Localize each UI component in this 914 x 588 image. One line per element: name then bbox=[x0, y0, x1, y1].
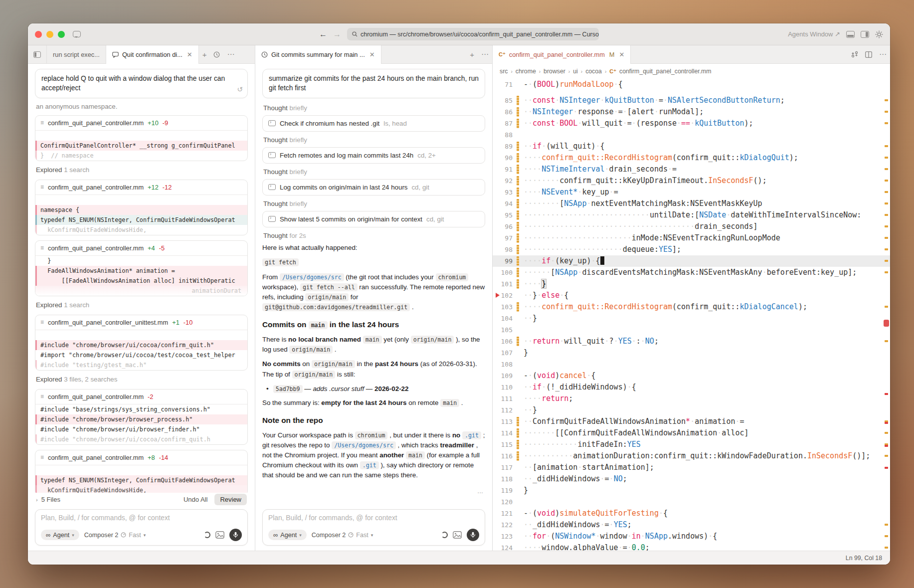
model-selector[interactable]: Composer 2Fast▾ bbox=[84, 532, 146, 539]
restore-checkpoint-icon[interactable]: ↺ bbox=[237, 85, 243, 95]
code-line[interactable]: 99····if·(key_up)·{ bbox=[493, 255, 890, 267]
tool-call-pill[interactable]: Check if chromium has nested .gitls, hea… bbox=[262, 115, 485, 132]
code-line[interactable]: 109-·(void)cancel·{ bbox=[493, 370, 890, 382]
breadcrumb-item[interactable]: ui bbox=[573, 68, 578, 75]
code-line[interactable]: 91····NSTimeInterval·drain_seconds·= bbox=[493, 164, 890, 175]
diff-card[interactable]: ≡confirm_quit_panel_controller.mm+8-14ty… bbox=[35, 450, 248, 493]
code-line[interactable]: 120 bbox=[493, 496, 890, 508]
code-line[interactable]: 121-·(void)simulateQuitForTesting·{ bbox=[493, 508, 890, 519]
code-line[interactable]: 92········confirm_quit::kKeyUpDrainTimeo… bbox=[493, 175, 890, 187]
new-tab-button[interactable]: + bbox=[199, 45, 210, 63]
breadcrumb-item[interactable]: confirm_quit_panel_controller.mm bbox=[619, 68, 712, 75]
close-tab-icon[interactable]: ✕ bbox=[187, 51, 192, 58]
code-line[interactable]: 124····window.alphaValue·=·0.0; bbox=[493, 542, 890, 551]
diff-card[interactable]: ≡confirm_quit_panel_controller.mm+12-12n… bbox=[35, 180, 248, 235]
tool-call-pill[interactable]: Show latest 5 commits on origin/main for… bbox=[262, 211, 485, 227]
code-line[interactable]: 104··} bbox=[493, 313, 890, 324]
diff-card[interactable]: ≡confirm_quit_panel_controller.mm+4-5 } … bbox=[35, 240, 248, 296]
tab-run-script[interactable]: run script exec... bbox=[47, 45, 106, 63]
breadcrumb-item[interactable]: chrome bbox=[516, 68, 536, 75]
maximize-window-button[interactable] bbox=[58, 31, 65, 38]
code-line[interactable]: 89··if·(will_quit)·{ bbox=[493, 141, 890, 152]
code-line[interactable]: 87··const·BOOL·will_quit·=·(response·==·… bbox=[493, 118, 890, 129]
code-line[interactable]: 98······················dequeue:YES]; bbox=[493, 244, 890, 255]
pane2-conversation[interactable]: summarize git commits for the past 24 ho… bbox=[262, 69, 485, 509]
compare-changes-icon[interactable] bbox=[848, 45, 862, 63]
new-tab-button[interactable]: + bbox=[466, 45, 478, 63]
code-line[interactable]: 107} bbox=[493, 347, 890, 359]
user-prompt-2[interactable]: summarize git commits for the past 24 ho… bbox=[262, 69, 485, 98]
history-icon[interactable] bbox=[210, 45, 223, 63]
code-line[interactable]: 100······[NSApp·discardEventsMatchingMas… bbox=[493, 267, 890, 278]
thought-label[interactable]: Thought briefly bbox=[263, 104, 484, 112]
breadcrumb-item[interactable]: src bbox=[500, 68, 508, 75]
code-line[interactable]: 119} bbox=[493, 485, 890, 496]
pane1-chat-input[interactable]: Plan, Build, / for commands, @ for conte… bbox=[35, 509, 248, 546]
diff-card-header[interactable]: ≡confirm_quit_panel_controller.mm+4-5 bbox=[35, 241, 247, 256]
code-line[interactable]: 97························inMode:NSEvent… bbox=[493, 232, 890, 244]
code-line[interactable]: 102··}·else·{ bbox=[493, 290, 890, 301]
breadcrumb[interactable]: src›chrome›browser›ui›cocoa›C⁺confirm_qu… bbox=[493, 64, 890, 79]
code-line[interactable]: 95····························untilDate:… bbox=[493, 209, 890, 221]
diff-card-header[interactable]: ≡confirm_quit_panel_controller.mm+8-14 bbox=[35, 450, 247, 465]
code-line[interactable]: 106··return·will_quit·?·YES·:·NO; bbox=[493, 336, 890, 347]
thought-label[interactable]: Thought briefly bbox=[263, 136, 484, 144]
thought-label[interactable]: Thought for 2s bbox=[263, 232, 484, 239]
code-line[interactable]: 103····confirm_quit::RecordHistogram(con… bbox=[493, 301, 890, 313]
code-line[interactable]: 110··if·(!_didHideWindows)·{ bbox=[493, 382, 890, 393]
code-line[interactable]: 122··_didHideWindows·=·YES; bbox=[493, 519, 890, 531]
image-attach-icon[interactable] bbox=[215, 531, 224, 539]
forward-arrow-icon[interactable]: → bbox=[333, 30, 341, 39]
undo-all-button[interactable]: Undo All bbox=[183, 496, 207, 503]
minimize-window-button[interactable] bbox=[46, 31, 53, 38]
code-line[interactable]: 117··[animation·startAnimation]; bbox=[493, 462, 890, 473]
tab-overflow-menu[interactable]: ⋯ bbox=[223, 45, 238, 63]
window-title-search[interactable]: chromium — src/chrome/browser/ui/cocoa/c… bbox=[347, 28, 599, 40]
diff-card-header[interactable]: ≡confirm_quit_panel_controller_unittest.… bbox=[35, 315, 247, 330]
code-line[interactable]: 94········[NSApp·nextEventMatchingMask:N… bbox=[493, 198, 890, 209]
toggle-bottom-panel-icon[interactable] bbox=[846, 31, 855, 38]
mic-button[interactable] bbox=[229, 529, 242, 541]
split-editor-icon[interactable] bbox=[862, 45, 876, 63]
cursor-position[interactable]: Ln 99, Col 18 bbox=[846, 555, 882, 562]
diff-card[interactable]: ≡confirm_quit_panel_controller_unittest.… bbox=[35, 315, 248, 371]
code-line[interactable]: 112··} bbox=[493, 404, 890, 416]
code-line[interactable]: 123··for·(NSWindow*·window·in·NSApp.wind… bbox=[493, 531, 890, 542]
code-line[interactable]: 93····NSEvent*·key_up·= bbox=[493, 187, 890, 198]
user-prompt-1[interactable]: replace hold Q to quit with a window dia… bbox=[35, 69, 248, 98]
code-area[interactable]: 71-·(BOOL)runModalLoop·{ 85··const·NSInt… bbox=[493, 79, 890, 551]
diff-card[interactable]: ≡confirm_quit_panel_controller.mm-2#incl… bbox=[35, 389, 248, 445]
thought-label[interactable]: Thought briefly bbox=[263, 168, 484, 176]
code-line[interactable]: 90····confirm_quit::RecordHistogram(conf… bbox=[493, 152, 890, 164]
back-arrow-icon[interactable]: ← bbox=[319, 30, 327, 39]
mic-button[interactable] bbox=[467, 529, 479, 541]
code-line[interactable]: 85··const·NSInteger·kQuitButton·=·NSAler… bbox=[493, 95, 890, 106]
code-line[interactable]: 108 bbox=[493, 359, 890, 370]
code-line[interactable]: 96······································… bbox=[493, 221, 890, 232]
code-line[interactable]: 105 bbox=[493, 324, 890, 336]
editor-overflow-menu[interactable]: ⋯ bbox=[876, 45, 890, 63]
diff-card-header[interactable]: ≡confirm_quit_panel_controller.mm-2 bbox=[35, 390, 247, 404]
tab-git-commits-summary[interactable]: Git commits summary for main ... ✕ bbox=[255, 45, 381, 64]
diff-card-header[interactable]: ≡confirm_quit_panel_controller.mm+12-12 bbox=[35, 180, 247, 195]
pane2-chat-input[interactable]: Plan, Build, / for commands, @ for conte… bbox=[262, 509, 485, 546]
layout-sidebar-icon[interactable] bbox=[28, 45, 47, 63]
agents-window-link[interactable]: Agents Window ↗ bbox=[788, 30, 840, 38]
image-attach-icon[interactable] bbox=[453, 531, 462, 539]
code-line[interactable]: 88 bbox=[493, 129, 890, 141]
tool-call-pill[interactable]: Log commits on origin/main in last 24 ho… bbox=[262, 179, 485, 196]
model-selector[interactable]: Composer 2Fast▾ bbox=[312, 532, 373, 539]
message-actions-ellipsis[interactable]: ... bbox=[262, 485, 485, 496]
tab-quit-confirmation[interactable]: Quit confirmation di... ✕ bbox=[106, 45, 199, 64]
chat-bubble-icon[interactable] bbox=[73, 31, 81, 37]
code-line[interactable]: 115············initFadeIn:YES bbox=[493, 439, 890, 450]
tab-overflow-menu[interactable]: ⋯ bbox=[478, 45, 492, 63]
code-line[interactable]: 111····return; bbox=[493, 393, 890, 404]
overview-ruler[interactable] bbox=[883, 79, 890, 551]
gear-icon[interactable] bbox=[875, 30, 883, 38]
diff-card[interactable]: ≡confirm_quit_panel_controller.mm+10-9Co… bbox=[35, 115, 248, 161]
code-line[interactable]: 114·······[[ConfirmQuitFadeAllWindowsAni… bbox=[493, 427, 890, 439]
code-line[interactable]: 116···········animationDuration:confirm_… bbox=[493, 450, 890, 462]
agent-mode-dropdown[interactable]: ∞Agent▾ bbox=[41, 530, 79, 540]
code-line[interactable]: 101····} bbox=[493, 278, 890, 290]
